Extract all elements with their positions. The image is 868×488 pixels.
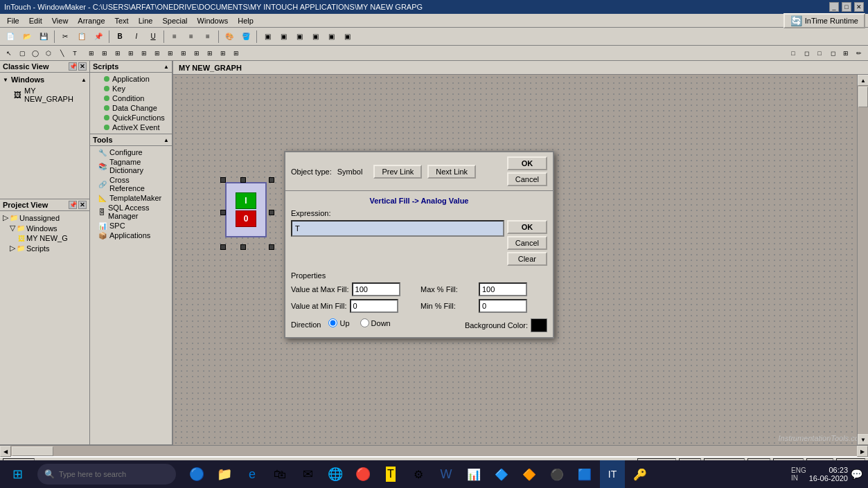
shape5[interactable]: ⊞: [840, 47, 852, 60]
canvas-area[interactable]: MY NEW_GRAPH I 0: [173, 61, 868, 445]
menu-line[interactable]: Line: [134, 16, 157, 26]
tb-btn4[interactable]: ▣: [308, 29, 323, 44]
script-datachange[interactable]: Data Change: [93, 103, 169, 113]
tool-templatemaker[interactable]: 📐 TemplateMaker: [93, 193, 169, 203]
tb2-btn7[interactable]: ⊞: [85, 47, 98, 60]
tree-scripts[interactable]: ▷ 📁 Scripts: [1, 243, 88, 253]
tb2-btn5[interactable]: ╲: [55, 47, 68, 60]
tb2-btn9[interactable]: ⊞: [112, 47, 124, 60]
script-application[interactable]: Application: [93, 74, 169, 84]
bgcolor-swatch[interactable]: [531, 318, 547, 332]
tb2-btn6[interactable]: T: [69, 47, 81, 60]
tb2-btn3[interactable]: ◯: [29, 47, 42, 60]
hscroll-right-btn[interactable]: ▶: [857, 446, 868, 457]
cut-btn[interactable]: ✂: [57, 29, 73, 44]
tb2-btn2[interactable]: ▢: [16, 47, 28, 60]
hscroll-left-btn[interactable]: ◀: [0, 446, 11, 457]
next-link-btn[interactable]: Next Link: [427, 165, 476, 179]
tool-configure[interactable]: 🔧 Configure: [93, 147, 169, 157]
handle-tl[interactable]: [220, 177, 226, 183]
radio-up-label[interactable]: Up: [328, 318, 349, 327]
expression-input[interactable]: [291, 220, 504, 237]
tb-btn3[interactable]: ▣: [292, 29, 307, 44]
tb-btn1[interactable]: ▣: [260, 29, 275, 44]
taskbar-search-input[interactable]: [59, 470, 156, 478]
tb2-btn18[interactable]: ⊞: [230, 47, 242, 60]
underline-btn[interactable]: U: [145, 29, 161, 44]
handle-tm[interactable]: [240, 177, 246, 183]
link-ok-btn[interactable]: OK: [507, 156, 547, 170]
tb2-btn10[interactable]: ⊞: [125, 47, 137, 60]
script-key[interactable]: Key: [93, 84, 169, 93]
open-btn[interactable]: 📂: [19, 29, 35, 44]
task-icon-app1[interactable]: T: [378, 460, 403, 488]
symbol-red-box[interactable]: 0: [236, 210, 256, 227]
tree-newg[interactable]: 🖼 MY NEW_G: [1, 233, 88, 243]
tb2-btn12[interactable]: ⊞: [151, 47, 163, 60]
task-icon-app4[interactable]: 🔷: [489, 460, 514, 488]
radio-down[interactable]: [360, 318, 369, 327]
expr-clear-btn[interactable]: Clear: [507, 252, 547, 266]
handle-ml[interactable]: [220, 210, 226, 215]
handle-mr[interactable]: [269, 210, 274, 215]
tb2-btn11[interactable]: ⊞: [138, 47, 150, 60]
new-btn[interactable]: 📄: [3, 29, 18, 44]
task-icon-app6[interactable]: ⚫: [544, 460, 569, 488]
notification-area[interactable]: 💬: [851, 469, 862, 480]
menu-windows[interactable]: Windows: [193, 16, 233, 26]
task-icon-cortana[interactable]: 🔵: [184, 460, 209, 488]
cv-close-btn[interactable]: ✕: [78, 62, 87, 71]
task-icon-store[interactable]: 🛍: [267, 460, 292, 488]
script-quickfunc[interactable]: QuickFunctions: [93, 113, 169, 123]
cv-item-myngraph[interactable]: 🖼 MY NEW_GRAPH: [3, 85, 87, 105]
menu-file[interactable]: File: [3, 16, 24, 26]
copy-btn[interactable]: 📋: [74, 29, 89, 44]
handle-bm[interactable]: [240, 244, 246, 250]
shape3[interactable]: □: [813, 47, 826, 60]
menu-text[interactable]: Text: [111, 16, 133, 26]
align-right-btn[interactable]: ≡: [200, 29, 215, 44]
tb2-btn15[interactable]: ⊞: [191, 47, 203, 60]
handle-bl[interactable]: [220, 244, 226, 250]
max-fill-input[interactable]: [352, 282, 400, 296]
tb-btn6[interactable]: ▣: [339, 29, 355, 44]
shape1[interactable]: □: [787, 47, 799, 60]
tree-unassigned[interactable]: ▷ 📁 Unassigned: [1, 213, 88, 223]
script-condition[interactable]: Condition: [93, 93, 169, 103]
min-fill-input[interactable]: [350, 299, 398, 313]
task-icon-app2[interactable]: ⚙: [406, 460, 431, 488]
tool-crossref[interactable]: 🔗 Cross Reference: [93, 175, 169, 193]
vscroll-down-btn[interactable]: ▼: [858, 434, 868, 445]
tb2-btn14[interactable]: ⊞: [177, 47, 190, 60]
fill-btn[interactable]: 🪣: [238, 29, 254, 44]
tool-applications[interactable]: 📦 Applications: [93, 231, 169, 240]
hscroll-track[interactable]: [11, 446, 857, 456]
symbol-green-box[interactable]: I: [236, 192, 256, 209]
tb-btn5[interactable]: ▣: [324, 29, 339, 44]
task-icon-mail[interactable]: ✉: [295, 460, 320, 488]
align-left-btn[interactable]: ≡: [167, 29, 182, 44]
tb2-btn4[interactable]: ⬡: [42, 47, 55, 60]
menu-edit[interactable]: Edit: [25, 16, 46, 26]
tb2-btn8[interactable]: ⊞: [98, 47, 111, 60]
task-icon-intouch[interactable]: IT: [600, 460, 625, 488]
tb2-btn13[interactable]: ⊞: [164, 47, 177, 60]
hscroll-thumb[interactable]: [12, 446, 53, 456]
task-icon-app5[interactable]: 🔶: [517, 460, 542, 488]
expr-ok-btn[interactable]: OK: [507, 220, 547, 234]
menu-help[interactable]: Help: [233, 16, 258, 26]
shape4[interactable]: ◻: [826, 47, 839, 60]
pv-pin-btn[interactable]: 📌: [69, 201, 77, 209]
tb-btn2[interactable]: ▣: [276, 29, 291, 44]
vscroll-thumb[interactable]: [858, 87, 868, 107]
restore-btn[interactable]: □: [842, 2, 851, 12]
canvas-background[interactable]: I 0 Object type: Symbol Prev Link: [173, 75, 868, 445]
minimize-btn[interactable]: _: [829, 2, 839, 12]
shape6[interactable]: ✏: [853, 47, 865, 60]
runtime-button[interactable]: 🔄 InTime Runtime: [783, 13, 865, 28]
shape2[interactable]: ◻: [800, 47, 813, 60]
vscroll-up-btn[interactable]: ▲: [858, 75, 868, 86]
menu-arrange[interactable]: Arrange: [73, 16, 109, 26]
script-activex[interactable]: ActiveX Event: [93, 123, 169, 132]
taskbar-search-box[interactable]: 🔍: [37, 464, 176, 485]
